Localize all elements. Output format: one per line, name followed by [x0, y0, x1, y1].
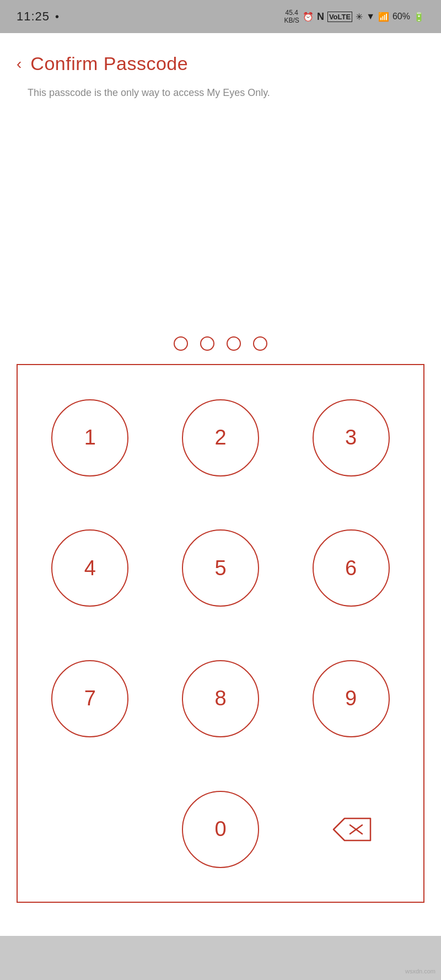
bottom-row: 0: [29, 768, 412, 891]
empty-cell: [29, 768, 152, 891]
status-icons: 45.4 KB/S ⏰ N VoLTE ✳ ▼ 📶 60% 🔋: [284, 9, 424, 25]
numpad-circle-8[interactable]: 8: [182, 660, 259, 737]
bluetooth-icon: ✳: [356, 12, 363, 22]
volte-icon: VoLTE: [327, 12, 352, 22]
main-content: ‹ Confirm Passcode This passcode is the …: [0, 33, 441, 936]
pin-dot-2: [200, 336, 214, 351]
numpad-btn-3[interactable]: 3: [289, 376, 412, 499]
header: ‹ Confirm Passcode: [0, 33, 441, 85]
pin-dot-3: [227, 336, 241, 351]
numpad-circle-7[interactable]: 7: [51, 660, 128, 737]
battery-icon: 🔋: [413, 12, 424, 22]
numpad-circle-6[interactable]: 6: [313, 529, 390, 607]
bottom-nav: [0, 936, 441, 980]
numpad-btn-5[interactable]: 5: [159, 507, 282, 630]
numpad-circle-2[interactable]: 2: [182, 399, 259, 476]
data-rate: 45.4 KB/S: [284, 9, 299, 25]
signal-icon: 📶: [378, 12, 389, 22]
numpad-circle-5[interactable]: 5: [182, 529, 259, 607]
nfc-icon: N: [317, 11, 324, 23]
wifi-icon: ▼: [366, 12, 375, 22]
status-time: 11:25: [17, 9, 50, 24]
numpad-circle-4[interactable]: 4: [51, 529, 128, 607]
subtitle: This passcode is the only way to access …: [0, 85, 441, 100]
numpad-btn-7[interactable]: 7: [29, 638, 152, 761]
backspace-button[interactable]: [289, 768, 412, 891]
alarm-icon: ⏰: [303, 12, 314, 22]
numpad-btn-1[interactable]: 1: [29, 376, 152, 499]
numpad-btn-2[interactable]: 2: [159, 376, 282, 499]
watermark: wsxdn.com: [405, 968, 435, 974]
back-button[interactable]: ‹: [17, 56, 21, 72]
numpad-container: 1 2 3 4 5 6 7 8 9: [17, 364, 424, 903]
backspace-icon: [329, 813, 373, 846]
numpad-btn-0[interactable]: 0: [159, 768, 282, 891]
numpad-btn-4[interactable]: 4: [29, 507, 152, 630]
status-bar: 11:25 • 45.4 KB/S ⏰ N VoLTE ✳ ▼ 📶 60% 🔋: [0, 0, 441, 33]
page-title: Confirm Passcode: [30, 53, 188, 74]
numpad-btn-9[interactable]: 9: [289, 638, 412, 761]
numpad-grid: 1 2 3 4 5 6 7 8 9: [29, 376, 412, 760]
numpad-circle-9[interactable]: 9: [313, 660, 390, 737]
battery-label: 60%: [392, 12, 410, 22]
svg-marker-0: [334, 818, 370, 840]
numpad-btn-6[interactable]: 6: [289, 507, 412, 630]
numpad-btn-8[interactable]: 8: [159, 638, 282, 761]
pin-dot-1: [174, 336, 188, 351]
numpad-circle-3[interactable]: 3: [313, 399, 390, 476]
spacer: [0, 122, 441, 336]
status-dot: •: [55, 10, 59, 23]
numpad-circle-0[interactable]: 0: [182, 791, 259, 868]
numpad-circle-1[interactable]: 1: [51, 399, 128, 476]
pin-dots: [0, 336, 441, 351]
pin-dot-4: [253, 336, 267, 351]
